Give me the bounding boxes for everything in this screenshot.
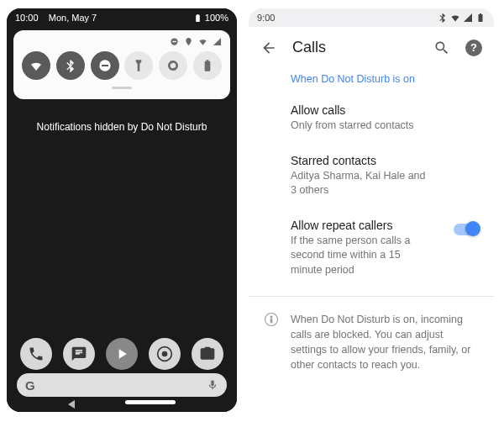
status-time: 9:00: [257, 13, 275, 23]
info-icon: [264, 312, 279, 327]
dock-messages-icon[interactable]: [63, 338, 95, 370]
bluetooth-icon: [438, 13, 448, 23]
setting-subtitle: Only from starred contacts: [291, 119, 433, 134]
google-search-bar[interactable]: G: [17, 373, 227, 397]
repeat-callers-toggle[interactable]: [454, 224, 479, 235]
dock-chrome-icon[interactable]: [149, 338, 181, 370]
setting-starred-contacts[interactable]: Starred contacts Aditya Sharma, Kai Hale…: [249, 145, 494, 210]
home-screen: 10:00 Mon, May 7 100% Notifications hidd…: [7, 8, 237, 412]
page-title: Calls: [292, 39, 418, 56]
signal-icon: [213, 37, 222, 46]
info-row: When Do Not Disturb is on, incoming call…: [249, 303, 494, 373]
wifi-icon: [198, 37, 207, 46]
signal-icon: [463, 13, 473, 23]
google-logo: G: [25, 378, 35, 393]
location-icon: [184, 37, 193, 46]
toggle-knob: [465, 221, 480, 236]
qs-drag-handle[interactable]: [112, 87, 132, 89]
setting-allow-calls[interactable]: Allow calls Only from starred contacts: [249, 95, 494, 145]
qs-rotate-tile[interactable]: [159, 51, 187, 80]
help-icon[interactable]: ?: [465, 40, 482, 56]
section-header: When Do Not Disturb is on: [249, 65, 494, 95]
svg-point-6: [270, 316, 272, 318]
battery-icon: [193, 13, 202, 23]
setting-title: Allow calls: [291, 103, 452, 117]
status-bar: 10:00 Mon, May 7 100%: [7, 8, 237, 27]
dock-camera-icon[interactable]: [192, 338, 223, 370]
setting-title: Allow repeat callers: [291, 219, 452, 232]
qs-bluetooth-tile[interactable]: [56, 51, 85, 80]
svg-point-5: [161, 351, 167, 357]
quick-settings-panel[interactable]: [13, 30, 230, 99]
settings-screen: 9:00 Calls ? When Do Not Disturb is on A…: [249, 8, 494, 412]
back-arrow-icon[interactable]: [260, 40, 277, 56]
qs-battery-tile[interactable]: [193, 51, 222, 80]
dnd-status-icon: [170, 37, 179, 46]
qs-wifi-tile[interactable]: [22, 51, 50, 80]
dock-phone-icon[interactable]: [20, 338, 52, 370]
info-text: When Do Not Disturb is on, incoming call…: [291, 312, 480, 373]
setting-subtitle: If the same person calls a second time w…: [291, 234, 433, 278]
setting-repeat-callers[interactable]: Allow repeat callers If the same person …: [249, 210, 494, 290]
wifi-icon: [450, 13, 460, 23]
battery-level: 100%: [205, 13, 228, 23]
svg-rect-7: [270, 319, 272, 323]
dnd-message: Notifications hidden by Do Not Disturb: [7, 121, 237, 133]
search-icon[interactable]: [433, 40, 450, 56]
navigation-bar: [7, 400, 237, 409]
qs-header-icons: [22, 37, 222, 46]
battery-icon: [475, 13, 486, 23]
divider: [249, 296, 494, 297]
status-bar: 9:00: [249, 8, 494, 27]
svg-rect-1: [172, 41, 176, 42]
nav-home-pill[interactable]: [125, 400, 176, 404]
nav-back-caret[interactable]: [68, 400, 75, 409]
qs-dnd-tile[interactable]: [91, 51, 119, 80]
setting-subtitle: Aditya Sharma, Kai Hale and 3 others: [291, 169, 433, 198]
setting-title: Starred contacts: [291, 154, 452, 167]
dock: [7, 338, 237, 370]
page-header: Calls ?: [249, 27, 494, 65]
svg-rect-3: [102, 65, 108, 66]
dock-play-icon[interactable]: [106, 338, 138, 370]
qs-flashlight-tile[interactable]: [124, 51, 153, 80]
mic-icon[interactable]: [207, 379, 218, 391]
status-date: Mon, May 7: [49, 13, 97, 23]
status-time: 10:00: [15, 13, 39, 23]
